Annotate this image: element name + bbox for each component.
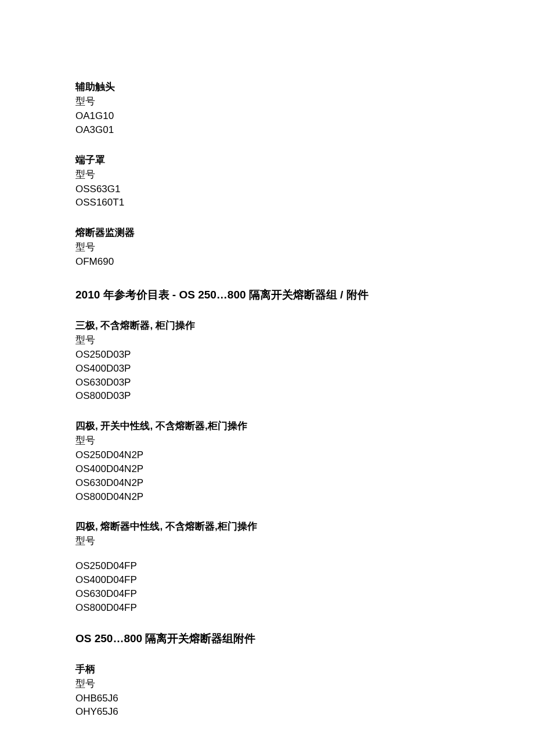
model-item: OS630D04FP	[75, 587, 459, 601]
main-title: 2010 年参考价目表 - OS 250…800 隔离开关熔断器组 / 附件	[75, 287, 459, 303]
model-item: OS400D04N2P	[75, 462, 459, 476]
model-label: 型号	[75, 534, 459, 548]
model-item: OS250D03P	[75, 348, 459, 362]
model-label: 型号	[75, 95, 459, 108]
model-item: OSS160T1	[75, 196, 459, 210]
model-label: 型号	[75, 333, 459, 347]
model-item: OS400D03P	[75, 362, 459, 376]
model-item: OS800D03P	[75, 389, 459, 403]
group-head: 四极, 开关中性线, 不含熔断器,柜门操作	[75, 419, 459, 433]
model-item: OS800D04N2P	[75, 490, 459, 504]
model-item: OA3G01	[75, 123, 459, 137]
model-item: OHY65J6	[75, 705, 459, 719]
model-item: OHB65J6	[75, 692, 459, 705]
model-item: OS800D04FP	[75, 601, 459, 615]
group-head: 四极, 熔断器中性线, 不含熔断器,柜门操作	[75, 520, 459, 533]
model-item: OS250D04FP	[75, 559, 459, 573]
model-item: OS400D04FP	[75, 573, 459, 587]
model-item: OS250D04N2P	[75, 448, 459, 462]
section-head: 熔断器监测器	[75, 226, 459, 239]
model-label: 型号	[75, 168, 459, 181]
model-label: 型号	[75, 434, 459, 447]
model-label: 型号	[75, 677, 459, 690]
section-head: 辅助触头	[75, 80, 459, 93]
group-head: 三极, 不含熔断器, 柜门操作	[75, 319, 459, 332]
blank-line	[75, 549, 459, 559]
model-label: 型号	[75, 240, 459, 254]
model-item: OA1G10	[75, 109, 459, 123]
model-item: OSS63G1	[75, 182, 459, 196]
model-item: OS630D03P	[75, 376, 459, 390]
sub-title: OS 250…800 隔离开关熔断器组附件	[75, 631, 459, 646]
model-item: OFM690	[75, 255, 459, 269]
handle-head: 手柄	[75, 663, 459, 676]
section-head: 端子罩	[75, 153, 459, 167]
model-item: OS630D04N2P	[75, 476, 459, 490]
